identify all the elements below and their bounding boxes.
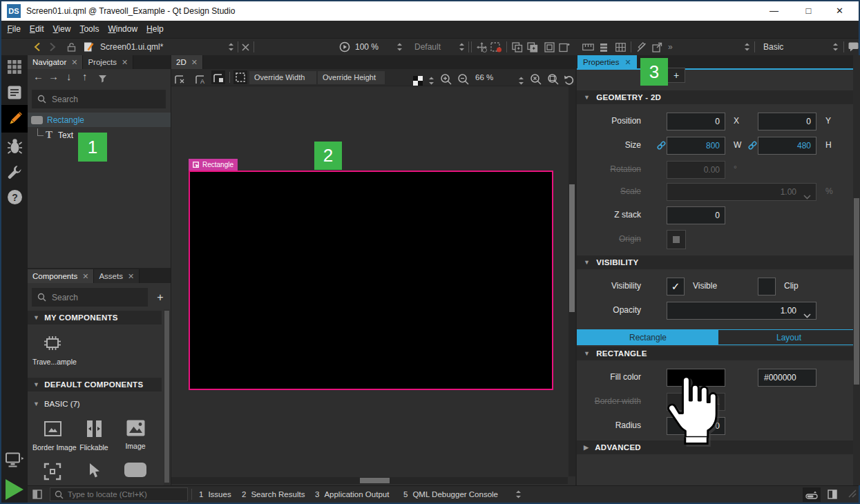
menu-view[interactable]: View	[48, 21, 75, 38]
locator-field[interactable]: Type to locate (Ctrl+K)	[50, 487, 188, 501]
selection-label[interactable]: Rectangle	[189, 159, 238, 171]
tab-close-icon[interactable]: ✕	[71, 58, 77, 67]
component-item-rectangle[interactable]	[115, 463, 155, 480]
export-icon[interactable]	[652, 39, 662, 55]
file-selector-spinner[interactable]	[228, 39, 234, 55]
zoom-selection-icon[interactable]	[530, 71, 542, 88]
tab-navigator[interactable]: Navigator✕	[28, 55, 83, 69]
select-component-icon[interactable]	[490, 39, 502, 55]
origin-button[interactable]	[667, 230, 686, 249]
component-item-mousearea[interactable]	[74, 463, 114, 482]
run-preview-icon[interactable]	[339, 39, 350, 55]
zoom-in-icon[interactable]	[440, 71, 452, 88]
zoom-fit-icon[interactable]	[547, 71, 560, 88]
component-item-flickable[interactable]: Flickable	[74, 420, 114, 452]
kit-spinner[interactable]	[744, 39, 750, 55]
fill-hex-field[interactable]: #000000	[758, 369, 816, 387]
close-document-icon[interactable]	[242, 39, 249, 55]
progress-details-icon[interactable]	[803, 487, 821, 502]
add-tab-button[interactable]: +	[667, 68, 685, 83]
pane-qml-debugger[interactable]: 5QML Debugger Console	[403, 486, 498, 503]
nav-right-icon[interactable]: →	[48, 70, 59, 82]
sidebar-toggle-icon[interactable]	[32, 490, 42, 502]
canvas-vscrollbar[interactable]	[568, 86, 575, 476]
link-icon[interactable]	[747, 140, 758, 153]
paste-style-icon[interactable]	[527, 39, 538, 55]
zstack-field[interactable]: 0	[667, 206, 725, 224]
welcome-mode-icon[interactable]	[1, 59, 28, 75]
no-snap-icon[interactable]	[174, 70, 186, 87]
tab-close-icon[interactable]: ✕	[128, 272, 134, 281]
snap-anchors-icon[interactable]: A	[195, 70, 207, 87]
tab-close-icon[interactable]: ✕	[122, 58, 128, 67]
override-height-field[interactable]: Override Height	[318, 71, 385, 84]
menu-window[interactable]: Window	[104, 21, 142, 38]
minimize-button[interactable]: —	[758, 1, 790, 21]
tab-projects[interactable]: Projects✕	[83, 55, 133, 69]
rotation-field[interactable]: 0.00	[667, 161, 725, 179]
pane-application-output[interactable]: 3Application Output	[315, 486, 389, 503]
forward-icon[interactable]	[49, 39, 57, 55]
projects-mode-icon[interactable]	[1, 164, 28, 180]
debug-mode-icon[interactable]	[1, 138, 28, 155]
add-component-button[interactable]: +	[152, 288, 169, 307]
visibility-section-header[interactable]: ▼VISIBILITY	[577, 255, 853, 269]
back-icon[interactable]	[33, 39, 41, 55]
style-selector-label[interactable]: Default	[414, 39, 441, 55]
panes-spinner[interactable]	[515, 490, 522, 502]
my-components-header[interactable]: ▼MY COMPONENTS	[28, 311, 162, 324]
menu-tools[interactable]: Tools	[75, 21, 104, 38]
design-mode-icon[interactable]	[1, 110, 28, 128]
nav-filter-icon[interactable]	[98, 73, 107, 85]
edit-file-icon[interactable]	[84, 39, 94, 55]
feedback-icon[interactable]	[848, 39, 859, 55]
opacity-dropdown[interactable]: 1.00	[667, 302, 816, 320]
move-component-icon[interactable]	[477, 39, 487, 55]
link-icon[interactable]	[656, 140, 667, 153]
nav-left-icon[interactable]: ←	[33, 70, 44, 82]
rows-icon[interactable]	[600, 39, 608, 55]
width-field[interactable]: 800	[667, 137, 725, 155]
scale-dropdown[interactable]: 1.00	[667, 183, 816, 201]
tab-close-icon[interactable]: ✕	[82, 272, 88, 281]
default-components-header[interactable]: ▼DEFAULT COMPONENTS	[28, 378, 162, 391]
zoom-spinner[interactable]	[396, 39, 403, 55]
tab-layout-props[interactable]: Layout	[718, 330, 859, 345]
rectangle-item[interactable]	[189, 171, 553, 390]
lock-icon[interactable]	[67, 39, 76, 55]
geometry-section-header[interactable]: ▼GEOMETRY - 2D	[577, 90, 853, 104]
menu-edit[interactable]: Edit	[25, 21, 48, 38]
tab-assets[interactable]: Assets✕	[94, 269, 140, 283]
tab-properties[interactable]: Properties✕	[577, 55, 637, 69]
kit-selector-label[interactable]: Basic	[763, 39, 783, 55]
basic-section-header[interactable]: ▼BASIC (7)	[28, 398, 80, 410]
canvas-zoom-label[interactable]: 66 %	[475, 69, 493, 86]
table-icon[interactable]	[615, 39, 626, 55]
nav-down-icon[interactable]: ↓	[66, 70, 72, 82]
ruler-icon[interactable]	[582, 39, 594, 55]
run-button-icon[interactable]	[1, 478, 28, 501]
kit-spinner-2[interactable]	[832, 39, 839, 55]
component-item-image[interactable]: Image	[115, 420, 155, 450]
output-pane-toggle-icon[interactable]	[828, 490, 837, 502]
tree-item-rectangle[interactable]: Rectangle	[28, 113, 171, 127]
menu-help[interactable]: Help	[142, 21, 169, 38]
snap-items-icon[interactable]	[211, 70, 225, 84]
position-y-field[interactable]: 0	[758, 113, 816, 130]
close-button[interactable]: ✕	[824, 1, 855, 21]
zoom-level-label[interactable]: 100 %	[355, 39, 379, 55]
tab-2d[interactable]: 2D✕	[171, 55, 203, 69]
navigator-search[interactable]: Search	[32, 90, 166, 108]
help-mode-icon[interactable]: ?	[1, 189, 28, 205]
components-search[interactable]: Search	[32, 288, 148, 307]
menu-file[interactable]: File	[3, 21, 25, 38]
component-item-item[interactable]	[32, 463, 73, 483]
preview-kit-icon[interactable]	[1, 452, 28, 469]
current-file-label[interactable]: Screen01.ui.qml*	[100, 39, 163, 55]
show-bounds-icon[interactable]	[233, 70, 247, 84]
bounds-icon[interactable]	[544, 39, 555, 55]
nav-up-icon[interactable]: ↑	[82, 70, 88, 82]
maximize-button[interactable]: □	[793, 1, 824, 21]
tab-close-icon[interactable]: ✕	[191, 58, 198, 67]
position-x-field[interactable]: 0	[667, 113, 725, 130]
